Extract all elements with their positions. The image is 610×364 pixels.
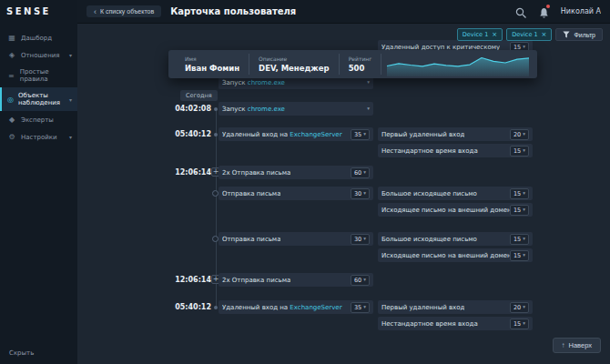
user-info-popup: Имя Иван Фомин Описание DEV, Менеджер Ре… [168, 50, 537, 78]
event-subcard[interactable]: Нестандартное время входа15▾ [378, 144, 533, 157]
event-card[interactable]: Удаленный вход на ExchangeServer35▾ [219, 300, 373, 314]
chevron-down-icon: ▾ [367, 80, 370, 85]
score-chip[interactable]: 30▾ [351, 234, 370, 245]
event-card[interactable]: Отправка письма30▾ [219, 232, 373, 246]
sidebar-item-settings[interactable]: ⚙Настройки▾ [0, 128, 77, 146]
score-value: 15 [513, 320, 521, 328]
event-card[interactable]: 2x Отправка письма60▾ [219, 166, 373, 179]
score-chip[interactable]: 30▾ [351, 188, 370, 199]
event-subcard[interactable]: Нестандартное время входа15▾ [378, 317, 533, 330]
subevent-label: Большое исходящее письмо [381, 190, 477, 197]
back-to-list-button[interactable]: ‹ К списку объектов [86, 5, 161, 17]
score-value: 15 [513, 190, 521, 197]
user-field-description: Описание DEV, Менеджер [249, 54, 340, 75]
event-subcard[interactable]: Исходящее письмо на внешний домен15▾ [378, 203, 533, 217]
experts-icon: ◆ [7, 116, 16, 124]
user-field-name: Имя Иван Фомин [176, 54, 249, 75]
event-label: 2x Отправка письма [222, 277, 290, 284]
sidebar-hide-button[interactable]: Скрыть [9, 349, 34, 357]
event-time: 05:40:12 [168, 303, 211, 311]
score-value: 20 [513, 131, 521, 138]
device-filter-chip[interactable]: Device 1× [457, 28, 503, 41]
event-subcard[interactable]: Первый удаленный вход20▾ [378, 127, 533, 141]
close-icon[interactable]: × [542, 32, 547, 37]
filter-row: Device 1×Device 1× Фильтр [457, 28, 603, 41]
chevron-down-icon: ▾ [363, 305, 366, 309]
event-link[interactable]: chrome.exe [248, 106, 285, 113]
subevent-label: Исходящее письмо на внешний домен [381, 207, 510, 214]
score-chip[interactable]: 20▾ [510, 302, 529, 313]
user-field-rating: Рейтинг 500 [340, 54, 382, 75]
score-chip[interactable]: 60▾ [351, 275, 370, 286]
score-chip[interactable]: 20▾ [510, 129, 529, 140]
sidebar-item-experts[interactable]: ◆Эксперты [0, 111, 77, 128]
event-subcard[interactable]: Большое исходящее письмо15▾ [378, 232, 533, 246]
sidebar-item-label: Настройки [21, 134, 57, 141]
chevron-down-icon: ▾ [523, 45, 525, 49]
bell-icon[interactable] [538, 5, 550, 17]
score-chip[interactable]: 15▾ [510, 250, 529, 261]
score-value: 60 [354, 169, 361, 177]
today-badge: Сегодня [180, 90, 218, 101]
event-card[interactable]: Удаленный вход на ExchangeServer35▾ [219, 127, 373, 141]
score-chip[interactable]: 35▾ [351, 129, 370, 140]
sidebar-item-dashboard[interactable]: ▦Дашборд [0, 29, 77, 46]
timeline-row: Отправка письма30▾Большое исходящее пись… [168, 232, 569, 246]
event-label: Отправка письма [222, 190, 280, 197]
event-subcard[interactable]: Большое исходящее письмо15▾ [378, 187, 533, 200]
sidebar-item-watch-objects[interactable]: ◎Объекты наблюдения▾ [0, 87, 77, 111]
user-menu[interactable]: Николай А [561, 7, 601, 15]
chevron-down-icon: ▾ [363, 237, 366, 241]
main-area: ‹ К списку объектов Карточка пользовател… [77, 0, 610, 364]
score-chip[interactable]: 15▾ [510, 318, 529, 329]
content-area: Device 1×Device 1× Фильтр Удаленный дост… [77, 24, 610, 364]
device-chips: Device 1×Device 1× [457, 28, 553, 41]
filter-button[interactable]: Фильтр [555, 28, 603, 41]
event-card[interactable]: 2x Отправка письма60▾ [219, 273, 373, 287]
back-to-top-button[interactable]: ↑ Наверх [553, 338, 602, 353]
sidebar-item-rules[interactable]: ≡Простые правила [0, 64, 77, 87]
device-filter-chip[interactable]: Device 1× [506, 28, 552, 41]
score-value: 30 [354, 236, 361, 243]
event-card[interactable]: Запуск chrome.exe▾ [219, 102, 373, 116]
event-card[interactable]: Отправка письма30▾ [219, 187, 373, 200]
chevron-down-icon: ▾ [523, 305, 525, 309]
sidebar-item-relations[interactable]: ◈Отношения▾ [0, 46, 77, 64]
event-label: Отправка письма [222, 236, 280, 243]
rating-sparkline-chart [386, 52, 530, 76]
chevron-down-icon: ▾ [523, 253, 525, 258]
score-value: 35 [354, 131, 361, 138]
chevron-down-icon: ▾ [523, 237, 525, 241]
event-subcard[interactable]: Первый удаленный вход20▾ [378, 300, 533, 314]
search-icon[interactable] [515, 5, 527, 17]
chevron-down-icon: ▾ [523, 191, 525, 196]
subevent-label: Первый удаленный вход [381, 131, 464, 138]
chevron-down-icon: ▾ [523, 132, 525, 136]
subevent-label: Нестандартное время входа [381, 147, 478, 155]
timeline-dot [214, 133, 218, 136]
score-chip[interactable]: 15▾ [510, 205, 529, 216]
event-subcard[interactable]: Исходящее письмо на внешний домен15▾ [378, 248, 533, 262]
top-bar: ‹ К списку объектов Карточка пользовател… [77, 0, 610, 24]
timeline-row: 05:40:12Удаленный вход на ExchangeServer… [168, 127, 569, 141]
event-link[interactable]: ExchangeServer [290, 131, 341, 138]
score-value: 15 [513, 252, 521, 259]
score-chip[interactable]: 15▾ [510, 234, 529, 245]
timeline-subdot [212, 190, 219, 197]
sidebar-item-label: Эксперты [21, 116, 54, 124]
score-chip[interactable]: 15▾ [510, 146, 529, 157]
dashboard-icon: ▦ [7, 34, 16, 42]
score-chip[interactable]: 35▾ [351, 302, 370, 313]
score-chip[interactable]: 60▾ [351, 167, 370, 178]
sidebar-item-label: Объекты наблюдения [18, 92, 65, 106]
timeline-dot [214, 306, 218, 309]
close-icon[interactable]: × [492, 32, 497, 37]
chevron-down-icon: ▾ [363, 132, 366, 136]
chevron-down-icon: ▾ [69, 134, 72, 140]
timeline-row: Отправка письма30▾Большое исходящее пись… [168, 187, 569, 200]
subevent-label: Большое исходящее письмо [381, 236, 477, 243]
chip-label: Device 1 [512, 31, 537, 38]
relations-icon: ◈ [7, 51, 16, 59]
score-chip[interactable]: 15▾ [510, 188, 529, 199]
event-link[interactable]: ExchangeServer [290, 304, 341, 311]
